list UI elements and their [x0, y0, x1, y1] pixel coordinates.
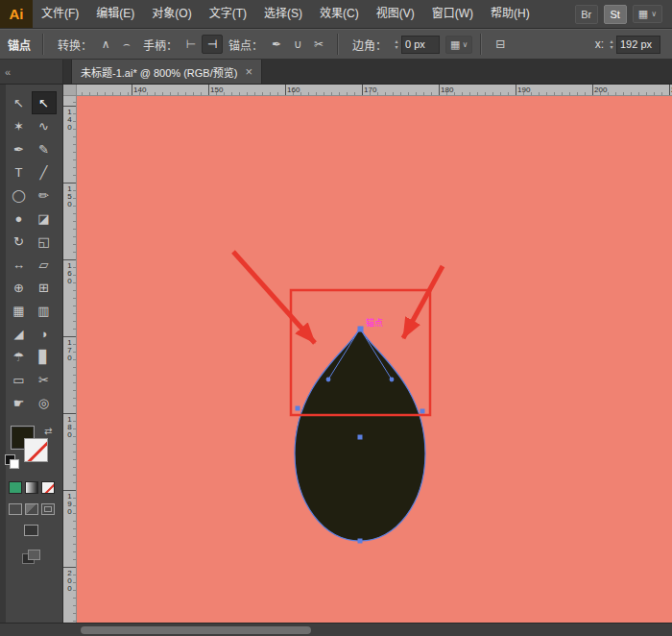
none-button[interactable] [41, 481, 55, 494]
close-tab-icon[interactable]: × [245, 65, 252, 78]
menu-object[interactable]: 对象(O) [143, 0, 200, 28]
bridge-button[interactable]: Br [575, 5, 598, 24]
menu-file[interactable]: 文件(F) [33, 0, 87, 28]
anchor-point-top[interactable] [358, 327, 364, 332]
x-position-input[interactable] [616, 36, 660, 54]
artboard-canvas[interactable]: 锚点 [77, 96, 672, 623]
collapse-panel-icon[interactable]: « [5, 66, 11, 78]
ruler-origin-corner[interactable] [63, 85, 77, 96]
blend-tool[interactable]: ◑ [32, 322, 57, 345]
screen-mode-row [0, 525, 62, 536]
horizontal-ruler[interactable]: 140 150 160 170 180 190 200 210 [77, 85, 672, 96]
color-button[interactable] [9, 481, 22, 494]
width-tool[interactable]: ↔ [7, 253, 32, 276]
ruler-number: 150 [210, 86, 223, 94]
ruler-number: 140 [65, 108, 74, 131]
object-center-point[interactable] [358, 435, 363, 440]
menu-view[interactable]: 视图(V) [368, 0, 423, 28]
illustrator-window: Ai 文件(F) 编辑(E) 对象(O) 文字(T) 选择(S) 效果(C) 视… [0, 0, 672, 636]
magic-wand-tool[interactable]: ✶ [7, 114, 32, 137]
line-segment-tool[interactable]: ╱ [32, 160, 57, 183]
menu-select[interactable]: 选择(S) [255, 0, 311, 28]
remove-anchor-button[interactable]: ✒ [266, 35, 287, 54]
handles-label: 手柄： [143, 37, 178, 53]
ruler-number: 150 [65, 184, 74, 208]
shape-builder-tool[interactable]: ⊕ [7, 276, 32, 299]
align-options-button[interactable]: ⊟ [490, 35, 511, 54]
artboard-tool[interactable]: ▭ [7, 368, 32, 391]
stock-button[interactable]: St [604, 5, 627, 24]
draw-normal-button[interactable] [9, 503, 22, 515]
handle-point[interactable] [390, 378, 395, 382]
selection-tool[interactable]: ↖ [7, 91, 32, 114]
perspective-grid-tool[interactable]: ⊞ [32, 276, 57, 299]
lasso-tool[interactable]: ∿ [32, 114, 57, 137]
zoom-tool[interactable]: ◎ [32, 391, 57, 414]
corner-stepper[interactable]: ▴ ▾ [392, 35, 401, 54]
handle-point[interactable] [326, 378, 331, 382]
teardrop-shape[interactable] [295, 328, 425, 541]
gradient-button[interactable] [25, 481, 38, 494]
corner-options-dropdown[interactable]: ▦ ∨ [445, 36, 472, 54]
menu-type[interactable]: 文字(T) [201, 0, 255, 28]
convert-label: 转换： [58, 37, 92, 53]
swap-fill-stroke-icon[interactable]: ⇄ [44, 426, 52, 436]
gradient-tool[interactable]: ▥ [32, 299, 57, 322]
pen-tool[interactable]: ✒ [7, 137, 32, 160]
menu-edit[interactable]: 编辑(E) [87, 0, 143, 28]
ruler-number: 170 [65, 338, 74, 361]
ellipse-tool[interactable]: ◯ [7, 183, 32, 207]
cut-path-button[interactable]: ✂ [308, 35, 329, 54]
separator [337, 34, 339, 55]
corner-radius-input[interactable] [401, 36, 440, 54]
anchor-point-left[interactable] [296, 406, 300, 411]
pencil-tool[interactable]: ✎ [32, 137, 57, 160]
stepper-down-icon[interactable]: ▾ [610, 44, 612, 50]
workspace-switcher[interactable]: ▦ ∨ [633, 5, 662, 23]
x-stepper[interactable]: ▴ ▾ [607, 35, 616, 54]
hide-handles-button[interactable]: ⊣ [202, 35, 223, 54]
direct-selection-tool[interactable]: ↖ [32, 91, 57, 114]
menubar-right: Br St ▦ ∨ [575, 5, 672, 24]
blob-brush-tool[interactable]: ● [7, 207, 32, 230]
ruler-number: 190 [517, 86, 530, 94]
draw-inside-button[interactable] [41, 503, 55, 515]
convert-to-smooth-button[interactable]: ⌢ [116, 35, 137, 54]
default-fill-stroke-icon[interactable] [5, 454, 15, 465]
menu-help[interactable]: 帮助(H) [482, 0, 539, 28]
type-tool[interactable]: T [7, 160, 32, 183]
vertical-ruler[interactable]: 140 150 160 170 180 190 200 [63, 96, 77, 623]
column-graph-tool[interactable]: ▊ [32, 345, 57, 368]
rotate-tool[interactable]: ↻ [7, 230, 32, 253]
chevron-down-icon: ∨ [651, 10, 657, 18]
mesh-tool[interactable]: ▦ [7, 299, 32, 322]
change-screen-mode-button[interactable] [24, 525, 38, 536]
paintbrush-tool[interactable]: ✏ [32, 183, 57, 207]
convert-to-corner-button[interactable]: ∧ [95, 35, 116, 54]
slice-tool[interactable]: ✂ [32, 368, 57, 391]
menubar: Ai 文件(F) 编辑(E) 对象(O) 文字(T) 选择(S) 效果(C) 视… [0, 0, 672, 29]
anchor-point-bottom[interactable] [358, 539, 363, 544]
anchor-point-right[interactable] [420, 409, 425, 414]
draw-behind-button[interactable] [25, 503, 38, 515]
overlapping-windows-icon[interactable] [22, 550, 41, 565]
ruler-number: 160 [287, 86, 300, 94]
eraser-tool[interactable]: ◪ [32, 207, 57, 230]
free-transform-tool[interactable]: ▱ [32, 253, 57, 276]
eyedropper-tool[interactable]: ◢ [7, 322, 32, 345]
horizontal-scrollbar[interactable] [0, 623, 672, 636]
show-handles-button[interactable]: ⊢ [180, 35, 202, 54]
stepper-down-icon[interactable]: ▾ [396, 44, 398, 50]
document-tab[interactable]: 未标题-1.ai* @ 800% (RGB/预览) × [71, 60, 262, 84]
symbol-sprayer-tool[interactable]: ☂ [7, 345, 32, 368]
menu-effect[interactable]: 效果(C) [311, 0, 368, 28]
menu-window[interactable]: 窗口(W) [423, 0, 482, 28]
tool-grid: ↖ ↖ ✶ ∿ ✒ ✎ T ╱ ◯ ✏ ● ◪ ↻ ◱ ↔ ▱ ⊕ ⊞ ▦ ▥ … [7, 91, 57, 414]
horizontal-scrollbar-thumb[interactable] [81, 626, 311, 634]
x-position-group: x: ▴ ▾ [589, 35, 660, 54]
connect-endpoints-button[interactable]: ∪ [287, 35, 308, 54]
color-swatches: ⇄ [0, 426, 62, 472]
stroke-color-swatch[interactable] [24, 438, 48, 462]
hand-tool[interactable]: ☛ [7, 391, 32, 414]
scale-tool[interactable]: ◱ [32, 230, 57, 253]
